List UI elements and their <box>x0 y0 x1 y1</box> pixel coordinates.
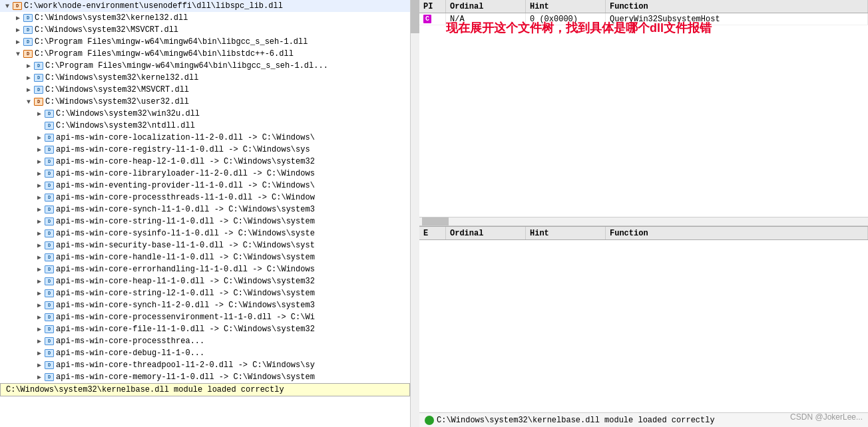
header-exp-function: Function <box>606 227 868 239</box>
expand-btn[interactable]: ▶ <box>13 37 23 47</box>
expand-btn[interactable]: ▶ <box>35 349 44 358</box>
tree-item[interactable]: DC:\Windows\system32\ntdll.dll <box>0 120 410 132</box>
tree-item[interactable]: ▶Dapi-ms-win-security-base-l1-1-0.dll ->… <box>0 239 410 251</box>
item-text: api-ms-win-core-heap-l2-1-0.dll -> C:\Wi… <box>56 157 315 166</box>
dll-icon: D <box>44 157 55 166</box>
table-row[interactable]: C N/A 0 (0x0000) QueryWin32SubsystemHost <box>419 13 868 25</box>
header-exp-ordinal: Ordinal <box>446 227 526 239</box>
tree-item[interactable]: ▶Dapi-ms-win-core-synch-l1-1-0.dll -> C:… <box>0 204 410 215</box>
tree-item[interactable]: ▶Dapi-ms-win-core-sysinfo-l1-1-0.dll -> … <box>0 227 410 239</box>
expand-btn[interactable]: ▶ <box>13 13 23 23</box>
tree-item[interactable]: ▶DC:\Program Files\mingw-w64\mingw64\bin… <box>0 36 410 48</box>
tree-scroll[interactable]: ▼DC:\work\node-environment\usenodeffi\dl… <box>0 0 410 427</box>
expand-btn[interactable]: ▶ <box>35 313 44 322</box>
tree-item[interactable]: ▶Dapi-ms-win-core-string-l2-1-0.dll -> C… <box>0 287 410 299</box>
tree-item[interactable]: ▼DC:\work\node-environment\usenodeffi\dl… <box>0 0 410 12</box>
expand-btn[interactable]: ▶ <box>35 145 44 154</box>
dll-icon: D <box>44 193 55 202</box>
expand-btn[interactable]: ▼ <box>13 49 23 59</box>
expand-btn[interactable]: ▶ <box>35 217 44 226</box>
tree-item[interactable]: ▶Dapi-ms-win-core-handle-l1-1-0.dll -> C… <box>0 251 410 263</box>
expand-btn[interactable]: ▶ <box>35 181 44 190</box>
expand-btn[interactable]: ▶ <box>35 241 44 250</box>
tree-item[interactable]: ▶Dapi-ms-win-core-string-l1-1-0.dll -> C… <box>0 215 410 227</box>
expand-btn[interactable]: ▶ <box>35 205 44 214</box>
status-text: C:\Windows\system32\kernelbase.dll modul… <box>437 416 715 425</box>
dll-icon: D <box>44 253 55 262</box>
dll-icon: D <box>44 229 55 238</box>
expand-btn[interactable]: ▶ <box>24 85 33 94</box>
dll-icon: D <box>44 325 55 334</box>
tree-item[interactable]: ▶Dapi-ms-win-core-heap-l1-1-0.dll -> C:\… <box>0 275 410 287</box>
expand-btn[interactable]: ▶ <box>35 372 44 382</box>
tree-item[interactable]: ▶DC:\Windows\system32\kernel32.dll <box>0 12 410 24</box>
item-text: C:\Windows\system32\ntdll.dll <box>56 121 195 130</box>
expand-btn[interactable]: ▶ <box>24 73 33 82</box>
tree-item[interactable]: ▶Dapi-ms-win-core-localization-l1-2-0.dl… <box>0 132 410 144</box>
item-text: api-ms-win-core-localization-l1-2-0.dll … <box>56 133 315 142</box>
dll-icon: D <box>23 13 33 23</box>
item-text: api-ms-win-core-heap-l1-1-0.dll -> C:\Wi… <box>56 277 315 286</box>
imports-body: C N/A 0 (0x0000) QueryWin32SubsystemHost <box>419 13 868 217</box>
expand-btn[interactable]: ▶ <box>35 360 44 370</box>
expand-btn[interactable]: ▶ <box>35 169 44 178</box>
tree-item[interactable]: ▶Dapi-ms-win-core-heap-l2-1-0.dll -> C:\… <box>0 156 410 168</box>
tree-item[interactable]: ▶Dapi-ms-win-core-processthreads-l1-1-0.… <box>0 192 410 204</box>
expand-btn[interactable]: ▶ <box>13 25 23 35</box>
tree-item[interactable]: ▶DC:\Windows\system32\win32u.dll <box>0 108 410 120</box>
tree-item[interactable]: ▶DC:\Windows\system32\MSVCRT.dll <box>0 24 410 36</box>
h-scroll-thumb[interactable] <box>422 217 449 225</box>
horizontal-scrollbar[interactable] <box>419 217 868 226</box>
header-exp-hint: Hint <box>526 227 606 239</box>
tree-item[interactable]: ▶Dapi-ms-win-core-libraryloader-l1-2-0.d… <box>0 168 410 180</box>
tree-item[interactable]: ▶Dapi-ms-win-core-synch-l1-2-0.dll -> C:… <box>0 299 410 311</box>
expand-btn[interactable]: ▼ <box>3 1 12 11</box>
expand-btn[interactable]: ▶ <box>35 301 44 310</box>
tree-item[interactable]: ▶Dapi-ms-win-core-file-l1-1-0.dll -> C:\… <box>0 323 410 335</box>
expand-btn[interactable]: ▶ <box>35 265 44 274</box>
dll-icon: D <box>44 349 55 358</box>
item-text: C:\Windows\system32\kernel32.dll <box>35 13 188 23</box>
dll-icon: D <box>44 121 55 130</box>
tree-item[interactable]: ▶DC:\Windows\system32\kernel32.dll <box>0 72 410 84</box>
item-text: api-ms-win-core-processthrea... <box>56 337 204 346</box>
expand-btn[interactable]: ▶ <box>35 229 44 238</box>
header-ordinal: Ordinal <box>446 0 526 13</box>
expand-btn[interactable]: ▶ <box>35 157 44 166</box>
expand-btn[interactable]: ▶ <box>35 193 44 202</box>
expand-btn[interactable]: ▶ <box>35 289 44 298</box>
right-panel: PI Ordinal Hint Function C N/A 0 (0x0000… <box>419 0 868 427</box>
tree-item[interactable]: ▶Dapi-ms-win-core-processthrea... <box>0 335 410 347</box>
expand-btn[interactable]: ▶ <box>35 109 44 118</box>
item-text: api-ms-win-core-string-l1-1-0.dll -> C:\… <box>56 217 315 226</box>
expand-btn[interactable]: ▶ <box>35 133 44 142</box>
left-panel-scrollbar[interactable] <box>410 0 419 427</box>
item-text: api-ms-win-core-file-l1-1-0.dll -> C:\Wi… <box>56 325 315 334</box>
dll-icon: D <box>44 360 55 370</box>
tree-item[interactable]: ▼DC:\Program Files\mingw-w64\mingw64\bin… <box>0 48 410 60</box>
cell-ordinal: N/A <box>446 13 526 25</box>
item-text: C:\Windows\system32\MSVCRT.dll <box>35 25 178 35</box>
cell-hint: 0 (0x0000) <box>526 13 606 25</box>
expand-btn[interactable]: ▶ <box>24 61 33 71</box>
expand-btn[interactable]: ▶ <box>35 325 44 334</box>
item-text: C:\work\node-environment\usenodeffi\dll\… <box>24 1 283 11</box>
tree-item[interactable]: ▶DC:\Windows\system32\MSVCRT.dll <box>0 84 410 96</box>
tree-item[interactable]: ▶Dapi-ms-win-eventing-provider-l1-1-0.dl… <box>0 180 410 192</box>
dll-icon: D <box>44 265 55 274</box>
expand-btn[interactable]: ▶ <box>35 337 44 346</box>
tree-item[interactable]: ▼DC:\Windows\system32\user32.dll <box>0 96 410 108</box>
item-text: api-ms-win-core-debug-l1-1-0... <box>56 349 204 358</box>
tree-item[interactable]: ▶Dapi-ms-win-core-errorhandling-l1-1-0.d… <box>0 263 410 275</box>
tree-item[interactable]: ▶Dapi-ms-win-core-debug-l1-1-0... <box>0 347 410 359</box>
item-text: api-ms-win-core-errorhandling-l1-1-0.dll… <box>56 265 315 274</box>
tree-item[interactable]: ▶Dapi-ms-win-core-processenvironment-l1-… <box>0 311 410 323</box>
expand-btn[interactable]: ▼ <box>24 97 33 106</box>
tree-item[interactable]: ▶Dapi-ms-win-core-registry-l1-1-0.dll ->… <box>0 144 410 156</box>
tree-item[interactable]: ▶Dapi-ms-win-core-threadpool-l1-2-0.dll … <box>0 359 410 371</box>
expand-btn[interactable]: ▶ <box>35 277 44 286</box>
tree-item[interactable]: ▶Dapi-ms-win-core-memory-l1-1-0.dll -> C… <box>0 371 410 383</box>
tree-item[interactable]: ▶DC:\Program Files\mingw-w64\mingw64\bin… <box>0 60 410 72</box>
scrollbar-thumb[interactable] <box>411 0 419 33</box>
expand-btn[interactable]: ▶ <box>35 253 44 262</box>
